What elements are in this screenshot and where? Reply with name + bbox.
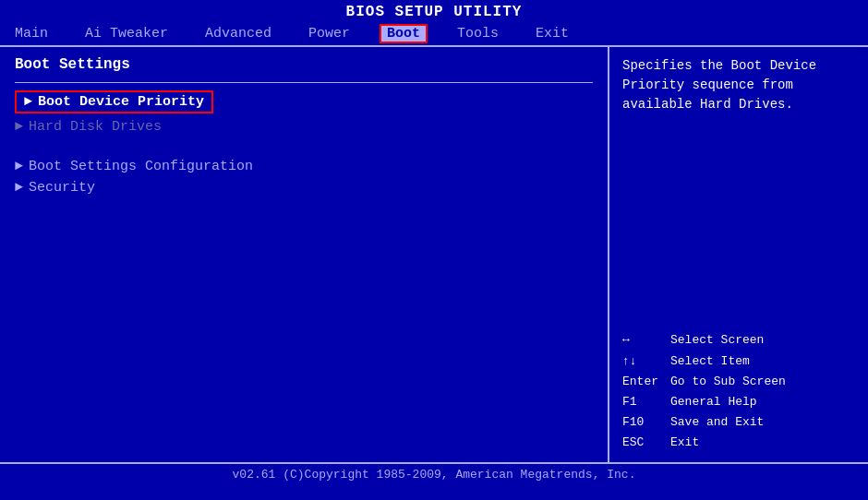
key-label: ESC bbox=[622, 433, 663, 453]
entry-label-1: Hard Disk Drives bbox=[29, 119, 162, 135]
key-row: F10Save and Exit bbox=[622, 412, 855, 433]
menu-entry-1[interactable]: ► Hard Disk Drives bbox=[15, 119, 593, 135]
menu-item-advanced[interactable]: Advanced bbox=[198, 24, 279, 43]
right-panel: Specifies the Boot Device Priority seque… bbox=[609, 47, 868, 462]
key-label: F1 bbox=[622, 392, 663, 412]
key-row: ↔Select Screen bbox=[622, 330, 855, 351]
key-label: ↔ bbox=[622, 330, 663, 351]
key-help: ↔Select Screen↑↓Select ItemEnterGo to Su… bbox=[622, 330, 855, 453]
arrow-icon-0: ► bbox=[24, 94, 32, 110]
menu-item-boot[interactable]: Boot bbox=[380, 24, 428, 43]
footer-text: v02.61 (C)Copyright 1985-2009, American … bbox=[233, 468, 636, 482]
main-layout: Boot Settings ► Boot Device Priority ► H… bbox=[0, 47, 868, 462]
key-desc: Select Item bbox=[670, 351, 750, 372]
help-text: Specifies the Boot Device Priority seque… bbox=[622, 56, 855, 114]
section-title: Boot Settings bbox=[15, 56, 593, 73]
menu-entry-0[interactable]: ► Boot Device Priority bbox=[15, 90, 593, 113]
key-row: F1General Help bbox=[622, 392, 855, 412]
menu-item-power[interactable]: Power bbox=[301, 24, 357, 43]
arrow-icon-1: ► bbox=[15, 119, 23, 135]
key-desc: Exit bbox=[670, 433, 699, 453]
separator bbox=[15, 82, 593, 83]
bios-title: BIOS SETUP UTILITY bbox=[0, 0, 868, 22]
arrow-icon-3: ► bbox=[15, 180, 23, 196]
entry-label-2: Boot Settings Configuration bbox=[29, 159, 253, 174]
key-row: ↑↓Select Item bbox=[622, 351, 855, 372]
key-desc: General Help bbox=[670, 392, 757, 412]
menu-item-tools[interactable]: Tools bbox=[450, 24, 506, 43]
key-label: Enter bbox=[622, 372, 663, 392]
key-label: F10 bbox=[622, 412, 663, 433]
key-desc: Select Screen bbox=[670, 330, 764, 351]
left-panel: Boot Settings ► Boot Device Priority ► H… bbox=[0, 47, 609, 462]
title-text: BIOS SETUP UTILITY bbox=[346, 4, 523, 20]
footer: v02.61 (C)Copyright 1985-2009, American … bbox=[0, 462, 868, 485]
menu-item-exit[interactable]: Exit bbox=[528, 24, 576, 43]
key-desc: Go to Sub Screen bbox=[670, 372, 786, 392]
key-row: EnterGo to Sub Screen bbox=[622, 372, 855, 392]
entry-label-0: Boot Device Priority bbox=[38, 94, 204, 110]
key-label: ↑↓ bbox=[622, 351, 663, 372]
key-row: ESCExit bbox=[622, 433, 855, 453]
arrow-icon-2: ► bbox=[15, 159, 23, 174]
menu-entry-2[interactable]: ► Boot Settings Configuration bbox=[15, 159, 593, 174]
menu-bar: MainAi TweakerAdvancedPowerBootToolsExit bbox=[0, 22, 868, 47]
menu-entry-3[interactable]: ► Security bbox=[15, 180, 593, 196]
menu-item-main[interactable]: Main bbox=[7, 24, 55, 43]
key-desc: Save and Exit bbox=[670, 412, 764, 433]
menu-item-ai-tweaker[interactable]: Ai Tweaker bbox=[78, 24, 175, 43]
entry-label-3: Security bbox=[29, 180, 95, 196]
